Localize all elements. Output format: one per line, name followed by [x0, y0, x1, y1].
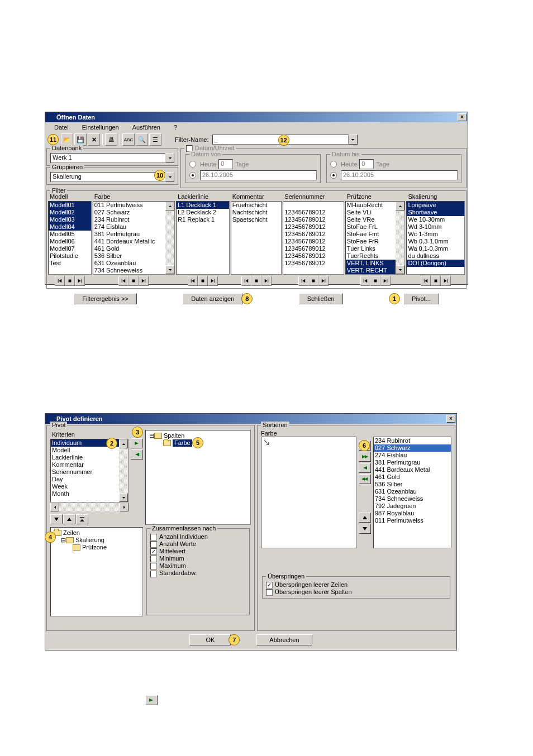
list-item[interactable]: 234 Rubinrot [93, 216, 174, 223]
page-last-icon[interactable] [208, 276, 218, 286]
list-item[interactable]: 461 Gold [374, 473, 451, 481]
list-item[interactable]: 461 Gold [93, 245, 174, 252]
move-right-icon[interactable] [131, 438, 143, 448]
list-item[interactable]: 123456789012 [283, 231, 344, 238]
list-item[interactable]: L1 Decklack 1 [177, 202, 229, 209]
list-item[interactable]: We 10-30mm [407, 216, 464, 223]
checkbox-row[interactable]: Anzahl Individuen [150, 533, 246, 540]
filter-name-dropdown[interactable]: _ 12 [212, 135, 358, 145]
chevron-down-icon[interactable] [165, 172, 174, 182]
filter-listbox-lackierlinie[interactable]: L1 Decklack 1L2 Decklack 2R1 Replack 1 [176, 201, 230, 275]
list-item[interactable]: 381 Perlmutgrau [93, 231, 174, 238]
list-item[interactable]: 123456789012 [283, 209, 344, 216]
list-item[interactable]: Wc 1-3mm [407, 231, 464, 238]
filter-listbox-prufzone[interactable]: MHaubRechtSeite VLiSeite VReStoFae FrLSt… [345, 201, 406, 275]
page-first-icon[interactable] [241, 276, 251, 286]
list-item[interactable]: 536 Silber [374, 481, 451, 488]
list-icon[interactable]: ☰ [149, 133, 161, 146]
list-item[interactable]: Wb 0,3-1,0mm [407, 238, 464, 245]
werk-dropdown[interactable]: Werk 1 [50, 153, 174, 163]
list-item[interactable]: R1 Replack 1 [177, 216, 229, 223]
page-first-icon[interactable] [360, 276, 370, 286]
list-item[interactable]: Fruehschicht [231, 202, 282, 209]
list-item[interactable]: 631 Ozeanblau [374, 488, 451, 495]
spalten-tree[interactable]: ⊟ Spalten Farbe 5 [145, 430, 251, 525]
checkbox-row[interactable]: Mittelwert [150, 548, 246, 555]
page-first-icon[interactable] [55, 276, 65, 286]
list-item[interactable]: DOI (Dorigon) [407, 260, 464, 267]
pivot-button[interactable]: Pivot... [403, 293, 439, 304]
page-last-icon[interactable] [75, 276, 85, 286]
list-item[interactable]: Modell02 [49, 209, 91, 216]
checkbox[interactable] [150, 541, 157, 548]
list-item[interactable]: Longwave [407, 202, 464, 209]
page-last-icon[interactable] [261, 276, 272, 286]
list-item[interactable]: Pilotstudie [49, 252, 91, 260]
daten-anzeigen-button[interactable]: Daten anzeigen [183, 293, 242, 304]
checkbox-row[interactable]: Maximum [150, 562, 246, 570]
list-item[interactable]: Wd 3-10mm [407, 223, 464, 231]
checkbox[interactable] [150, 534, 157, 540]
delete-icon[interactable]: ✕ [88, 133, 100, 146]
save-icon[interactable]: 💾 [74, 133, 87, 146]
date-von-field[interactable]: 26.10.2005 [200, 170, 317, 180]
page-stop-icon[interactable] [129, 276, 139, 286]
zeilen-tree[interactable]: Zeilen ⊟ Skalierung Prüfzone [50, 527, 143, 616]
list-item[interactable]: 123456789012 [283, 216, 344, 223]
open-icon[interactable]: 📂 [61, 133, 73, 146]
list-item[interactable]: 011 Perlmutweiss [374, 517, 451, 524]
filter-listbox-farbe[interactable]: 011 Perlmutweiss027 Schwarz234 Rubinrot2… [93, 201, 175, 275]
radio-heute-bis[interactable] [330, 161, 337, 168]
checkbox[interactable] [150, 556, 157, 562]
page-first-icon[interactable] [118, 276, 129, 286]
tage-von-field[interactable]: 0 [218, 159, 233, 169]
list-item[interactable]: Wa 0,1-0,3mm [407, 245, 464, 252]
chevron-down-icon[interactable] [349, 135, 358, 145]
list-item[interactable]: 027 Schwarz [374, 444, 451, 452]
list-item[interactable]: Spaetschicht [231, 216, 282, 223]
menu-help[interactable]: ? [167, 123, 184, 131]
list-item[interactable]: Modell01 [49, 202, 91, 209]
move-down-icon[interactable] [50, 514, 63, 524]
list-item[interactable]: 123456789012 [283, 245, 344, 252]
close-icon[interactable]: × [446, 415, 455, 423]
list-item[interactable]: Nachtschicht [231, 209, 282, 216]
list-item[interactable]: Modell07 [49, 245, 91, 252]
list-item[interactable]: 123456789012 [283, 238, 344, 245]
tree-node-farbe[interactable]: Farbe 5 [147, 439, 249, 447]
move-top-icon[interactable] [76, 514, 88, 524]
list-item[interactable]: Modell [51, 447, 128, 454]
scroll-up-icon[interactable] [119, 439, 128, 448]
checkbox-row[interactable]: Überspringen leerer Spalten [266, 588, 446, 596]
list-item[interactable]: Seriennummer [51, 468, 128, 476]
sort-listbox[interactable]: 234 Rubinrot027 Schwarz274 Eisblau381 Pe… [373, 437, 451, 548]
page-last-icon[interactable] [380, 276, 391, 286]
scrollbar[interactable] [165, 202, 174, 274]
scrollbar-horizontal[interactable] [50, 503, 129, 511]
page-first-icon[interactable] [188, 276, 198, 286]
abc-icon[interactable]: ABC [122, 133, 135, 146]
filter-listbox-modell[interactable]: Modell01Modell02Modell03Modell04Modell05… [48, 201, 92, 275]
list-item[interactable]: 987 Royalblau [374, 510, 451, 517]
list-item[interactable]: 123456789012 [283, 223, 344, 231]
filter-listbox-kommentar[interactable]: FruehschichtNachtschichtSpaetschicht [231, 201, 282, 275]
page-stop-icon[interactable] [65, 276, 75, 286]
list-item[interactable]: du dullness [407, 252, 464, 260]
list-item[interactable]: 027 Schwarz [93, 209, 174, 216]
tage-bis-field[interactable]: 0 [359, 159, 374, 169]
checkbox-row[interactable]: Anzahl Werte [150, 540, 246, 548]
move-up-icon[interactable] [359, 513, 371, 523]
scroll-track[interactable] [119, 448, 128, 493]
menu-ausfuehren[interactable]: Ausführen [126, 123, 167, 131]
checkbox-row[interactable]: Überspringen leerer Zeilen [266, 581, 446, 588]
page-stop-icon[interactable] [308, 276, 318, 286]
page-first-icon[interactable] [421, 276, 431, 286]
list-item[interactable]: 381 Perlmutgrau [374, 459, 451, 466]
move-right-icon[interactable] [145, 695, 158, 705]
list-item[interactable]: Modell06 [49, 238, 91, 245]
list-item[interactable]: Week [51, 483, 128, 490]
move-left-all-icon[interactable] [359, 474, 371, 484]
gruppieren-field[interactable]: Skalierung [50, 172, 165, 182]
scroll-down-icon[interactable] [119, 493, 128, 502]
scrollbar[interactable] [396, 202, 404, 274]
